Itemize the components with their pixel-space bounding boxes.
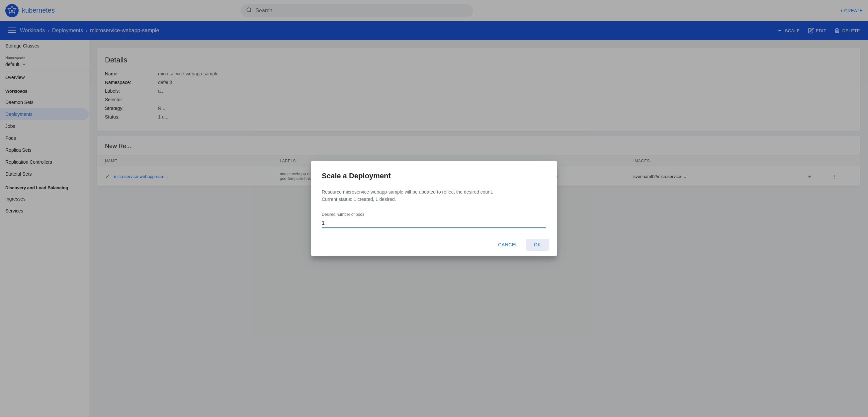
desired-pods-input[interactable] [322, 219, 546, 228]
modal-footer: CANCEL OK [311, 233, 557, 256]
modal-body: Scale a Deployment Resource microservice… [311, 161, 557, 234]
modal-overlay: Scale a Deployment Resource microservice… [0, 0, 868, 417]
modal-field-pods: Desired number of pods [322, 212, 546, 228]
scale-deployment-modal: Scale a Deployment Resource microservice… [311, 161, 557, 256]
modal-title: Scale a Deployment [322, 172, 546, 180]
modal-description: Resource microservice-webapp-sample will… [322, 188, 546, 203]
ok-button[interactable]: OK [526, 239, 549, 251]
modal-field-label: Desired number of pods [322, 212, 546, 217]
cancel-button[interactable]: CANCEL [493, 239, 523, 251]
